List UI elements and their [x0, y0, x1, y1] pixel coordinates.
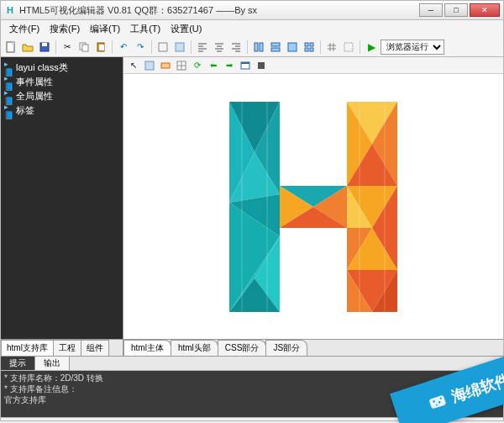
- tab-output[interactable]: 输出: [35, 357, 70, 370]
- tab-css[interactable]: CSS部分: [218, 340, 267, 356]
- svg-rect-15: [305, 43, 308, 46]
- watermark-text: 海绵软件: [449, 369, 504, 407]
- save-icon[interactable]: [37, 40, 52, 55]
- svg-rect-11: [260, 43, 263, 51]
- svg-rect-5: [82, 45, 88, 51]
- menu-bar: 文件(F) 搜索(F) 编译(T) 工具(T) 设置(U): [0, 20, 504, 37]
- tab-html-library[interactable]: html支持库: [1, 340, 54, 356]
- library-tree: ▸📘layui class类 ▸📘事件属性 ▸📘全局属性 ▸📘标签: [1, 57, 123, 339]
- tree-item-label: 事件属性: [16, 76, 53, 88]
- tool-icon[interactable]: [172, 40, 187, 55]
- book-icon: ▸📘: [4, 77, 13, 87]
- align-right-icon[interactable]: [228, 40, 244, 55]
- tree-item[interactable]: ▸📘标签: [3, 103, 121, 118]
- grid-icon[interactable]: [341, 40, 356, 55]
- svg-rect-8: [159, 43, 167, 51]
- toolbar-separator: [191, 40, 192, 54]
- main-toolbar: ✂ ↶ ↷ ▶ 浏览器运行: [0, 37, 504, 57]
- menu-search[interactable]: 搜索(F): [45, 21, 85, 37]
- block-icon[interactable]: [255, 59, 268, 72]
- layout-icon[interactable]: [251, 40, 266, 55]
- svg-rect-13: [271, 48, 280, 51]
- tab-html-body[interactable]: html主体: [123, 340, 171, 356]
- tree-item[interactable]: ▸📘事件属性: [3, 75, 121, 89]
- tab-hints[interactable]: 提示: [1, 357, 35, 370]
- window-controls: ─ □ ✕: [417, 3, 500, 17]
- svg-rect-18: [310, 48, 313, 51]
- window-icon[interactable]: [239, 59, 252, 72]
- toolbar-separator: [55, 40, 56, 54]
- minimize-button[interactable]: ─: [419, 3, 443, 17]
- svg-rect-3: [42, 43, 47, 46]
- tab-project[interactable]: 工程: [53, 340, 81, 356]
- window-title: HTML5可视化编辑器 V0.81 QQ群：635271467 ——By sx: [19, 4, 417, 17]
- svg-rect-14: [288, 43, 297, 51]
- undo-icon[interactable]: ↶: [116, 40, 131, 55]
- tool-icon[interactable]: [155, 40, 171, 55]
- run-target-select[interactable]: 浏览器运行: [381, 40, 444, 55]
- window-titlebar: H HTML5可视化编辑器 V0.81 QQ群：635271467 ——By s…: [0, 0, 504, 20]
- right-panel: ↖ ⟳ ⬅ ➡: [123, 57, 503, 356]
- book-icon: ▸📘: [4, 63, 13, 72]
- toolbar-separator: [112, 40, 113, 54]
- layout-icon[interactable]: [268, 40, 283, 55]
- svg-rect-24: [241, 62, 249, 64]
- div-icon[interactable]: [159, 59, 172, 72]
- svg-rect-1: [12, 42, 14, 45]
- open-folder-icon[interactable]: [20, 40, 35, 55]
- toolbar-separator: [151, 40, 152, 54]
- toolbar-separator: [360, 40, 360, 54]
- svg-rect-21: [161, 63, 170, 68]
- new-file-icon[interactable]: [3, 40, 18, 55]
- menu-tools[interactable]: 工具(T): [125, 21, 165, 37]
- layout-icon[interactable]: [285, 40, 300, 55]
- right-tabstrip: html主体 html头部 CSS部分 JS部分: [123, 339, 503, 356]
- run-icon[interactable]: ▶: [364, 40, 379, 55]
- tab-js[interactable]: JS部分: [265, 340, 307, 356]
- align-center-icon[interactable]: [212, 40, 227, 55]
- main-split: ▸📘layui class类 ▸📘事件属性 ▸📘全局属性 ▸📘标签 html支持…: [0, 57, 504, 356]
- tree-item-label: layui class类: [16, 61, 68, 74]
- pointer-icon[interactable]: ↖: [127, 59, 140, 72]
- svg-rect-16: [310, 43, 313, 46]
- design-canvas[interactable]: [123, 74, 503, 339]
- tree-item[interactable]: ▸📘全局属性: [3, 89, 121, 103]
- svg-rect-10: [255, 43, 258, 51]
- book-icon: ▸📘: [4, 106, 13, 115]
- arrow-right-icon[interactable]: ➡: [223, 59, 236, 72]
- paste-icon[interactable]: [93, 40, 108, 55]
- console-tabstrip: 提示 输出: [0, 356, 504, 371]
- h-logo-image: [204, 93, 423, 320]
- copy-icon[interactable]: [76, 40, 92, 55]
- toolbar-separator: [320, 40, 321, 54]
- left-tabstrip: html支持库 工程 组件: [1, 339, 123, 356]
- sponge-icon: [425, 389, 450, 415]
- menu-file[interactable]: 文件(F): [4, 21, 45, 37]
- svg-rect-9: [176, 43, 184, 51]
- refresh-icon[interactable]: ⟳: [191, 59, 204, 72]
- svg-rect-17: [305, 48, 308, 51]
- table-icon[interactable]: [175, 59, 188, 72]
- tab-html-head[interactable]: html头部: [171, 340, 218, 356]
- tab-components[interactable]: 组件: [81, 340, 109, 356]
- svg-rect-7: [99, 45, 104, 50]
- grid-icon[interactable]: [324, 40, 339, 55]
- menu-settings[interactable]: 设置(U): [165, 21, 207, 37]
- maximize-button[interactable]: □: [444, 3, 468, 17]
- redo-icon[interactable]: ↷: [133, 40, 148, 55]
- align-left-icon[interactable]: [195, 40, 210, 55]
- arrow-left-icon[interactable]: ⬅: [207, 59, 220, 72]
- canvas-toolbar: ↖ ⟳ ⬅ ➡: [123, 57, 503, 74]
- svg-rect-20: [145, 61, 154, 70]
- menu-compile[interactable]: 编译(T): [85, 21, 125, 37]
- toolbar-separator: [247, 40, 248, 54]
- tree-item[interactable]: ▸📘layui class类: [3, 61, 121, 75]
- tree-item-label: 全局属性: [16, 90, 53, 103]
- app-icon: H: [4, 4, 16, 16]
- cut-icon[interactable]: ✂: [60, 40, 75, 55]
- left-panel: ▸📘layui class类 ▸📘事件属性 ▸📘全局属性 ▸📘标签 html支持…: [1, 57, 123, 356]
- layout-icon[interactable]: [302, 40, 317, 55]
- svg-rect-19: [344, 43, 353, 51]
- close-button[interactable]: ✕: [470, 3, 500, 17]
- layout-icon[interactable]: [143, 59, 156, 72]
